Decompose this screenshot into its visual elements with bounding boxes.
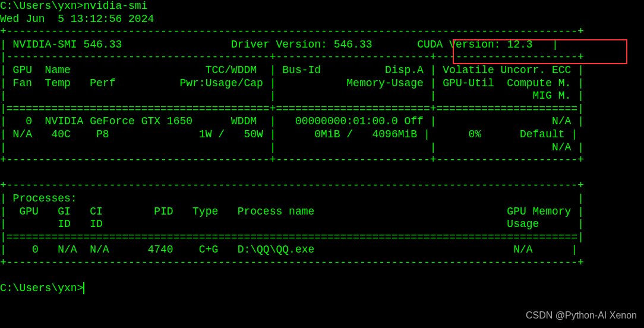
cursor	[83, 282, 84, 294]
gpu-bottom-border: +---------------------------------------…	[0, 154, 584, 166]
timestamp-line: Wed Jun 5 13:12:56 2024	[0, 13, 154, 25]
driver-version: Driver Version: 546.33	[231, 39, 372, 51]
proc-bottom-border: +---------------------------------------…	[0, 257, 584, 269]
table-top-border: +---------------------------------------…	[0, 26, 584, 37]
proc-divider: |=======================================…	[0, 231, 584, 243]
info-row: | NVIDIA-SMI 546.33 Driver Version: 546.…	[0, 39, 558, 51]
header-divider: |---------------------------------------…	[0, 51, 584, 63]
gpu-header-row1: | GPU Name TCC/WDDM | Bus-Id Disp.A | Vo…	[0, 64, 584, 76]
terminal-output: C:\Users\yxn>nvidia-smi Wed Jun 5 13:12:…	[0, 0, 644, 295]
prompt-command-line: C:\Users\yxn>nvidia-smi	[0, 0, 147, 12]
gpu-data-row3: | | | N/A |	[0, 141, 584, 153]
proc-title-row: | Processes: |	[0, 193, 584, 204]
gpu-data-row2: | N/A 40C P8 1W / 50W | 0MiB / 4096MiB |…	[0, 128, 577, 140]
gpu-header-divider: |=======================================…	[0, 103, 584, 115]
cuda-version: CUDA Version: 12.3	[417, 39, 532, 51]
proc-top-border: +---------------------------------------…	[0, 179, 584, 191]
proc-header-row1: | GPU GI CI PID Type Process name GPU Me…	[0, 206, 584, 217]
prompt-ready[interactable]: C:\Users\yxn>	[0, 282, 83, 294]
watermark: CSDN @Python-AI Xenon	[526, 310, 637, 321]
gpu-header-row3: | | | MIG M. |	[0, 90, 584, 102]
gpu-header-row2: | Fan Temp Perf Pwr:Usage/Cap | Memory-U…	[0, 77, 584, 89]
smi-version: NVIDIA-SMI 546.33	[13, 39, 122, 51]
proc-header-row2: | ID ID Usage |	[0, 218, 584, 230]
proc-data-row: | 0 N/A N/A 4740 C+G D:\QQ\QQ.exe N/A |	[0, 244, 577, 256]
gpu-data-row1: | 0 NVIDIA GeForce GTX 1650 WDDM | 00000…	[0, 115, 584, 127]
